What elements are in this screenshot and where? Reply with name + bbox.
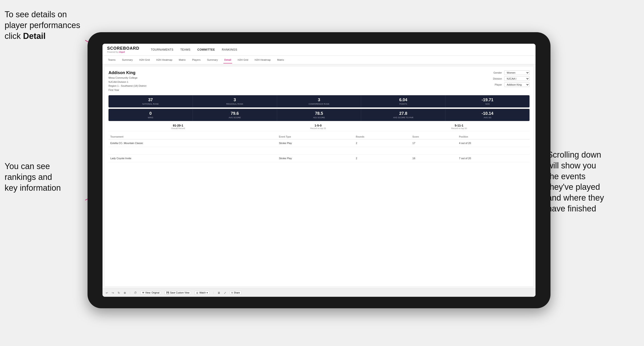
cell-event-2: [277, 147, 354, 155]
stat-wins-value: 0: [110, 111, 191, 116]
stat-wins-label: Wins: [110, 116, 191, 119]
player-school: Mesa Community College: [108, 76, 146, 80]
stat-points-value: 6.04: [362, 98, 444, 102]
cell-tournament-1: Estella CC- Mountain Classic: [108, 139, 277, 147]
sub-nav-detail[interactable]: Detail: [224, 57, 232, 63]
stat-avg-score-par: 27.8 Avg Score to Par: [361, 109, 446, 121]
anno-r-text: Scrolling downwill show youthe eventsthe…: [547, 150, 604, 213]
record-overall-label: Overall Record: [171, 127, 185, 130]
watch-label: Watch: [199, 292, 206, 294]
view-icon: 👁: [142, 292, 144, 294]
stat-adj-score: 78.5 Adj Score: [277, 109, 362, 121]
toolbar-sep-1: |: [130, 292, 130, 294]
view-label: View: Original: [145, 292, 160, 294]
player-control: Player Addison King: [489, 82, 530, 87]
col-score: Score: [411, 134, 457, 139]
nav-committee[interactable]: COMMITTEE: [198, 47, 215, 52]
gender-select[interactable]: Women Men: [504, 70, 530, 75]
sub-nav-teams[interactable]: Teams: [107, 57, 116, 63]
sub-nav-summary[interactable]: Summary: [121, 57, 134, 63]
sub-nav: Teams Summary H2H Grid H2H Heatmap Matri…: [102, 56, 536, 64]
cell-rounds-2: [354, 147, 411, 155]
refresh-icon[interactable]: ↻: [118, 291, 120, 295]
player-select[interactable]: Addison King: [504, 82, 530, 87]
sub-nav-h2hgrid2[interactable]: H2H Grid: [237, 57, 249, 63]
nav-teams[interactable]: TEAMS: [180, 47, 190, 52]
sub-nav-matrix2[interactable]: Matrix: [276, 57, 285, 63]
watch-button[interactable]: ◎ Watch ▾: [195, 291, 209, 295]
sub-nav-summary2[interactable]: Summary: [206, 57, 219, 63]
table-row: Estella CC- Mountain Classic Stroke Play…: [108, 139, 530, 147]
record-top25: 1-5-0 Record vs top 25: [310, 124, 326, 130]
stat-conference-rank: 3 Conference Rank: [277, 95, 362, 107]
stats-row-1: 37 National Rank 3 Regional Rank 3 Confe…: [108, 95, 530, 107]
player-name: Addison King: [108, 70, 146, 75]
tournament-table: Tournament Event Type Rounds Score Posit…: [108, 134, 530, 162]
stat-avg-score-par-value: 27.8: [362, 111, 444, 116]
record-top25-value: 1-5-0: [310, 124, 326, 127]
cell-score-1: 17: [411, 139, 457, 147]
nav-rankings[interactable]: RANKINGS: [222, 47, 237, 52]
content-area: Addison King Mesa Community College NJCA…: [102, 64, 536, 289]
timer-icon[interactable]: ⏱: [134, 291, 137, 295]
cell-tournament-3: Lady Coyote Invite: [108, 155, 277, 162]
record-top50-label: Record vs top 50: [451, 127, 467, 130]
logo-title: SCOREBOARD: [107, 46, 139, 51]
sub-nav-h2hheatmap2[interactable]: H2H Heatmap: [254, 57, 272, 63]
redo-icon[interactable]: ↪: [112, 291, 114, 295]
record-overall: 91-20-1 Overall Record: [171, 124, 185, 130]
sub-nav-h2hgrid[interactable]: H2H Grid: [138, 57, 151, 63]
anno-bl-text: You can seerankings andkey information: [4, 162, 61, 192]
stat-regional-rank-label: Regional Rank: [194, 103, 276, 105]
sub-nav-matrix[interactable]: Matrix: [178, 57, 186, 63]
record-top50: 5-11-1 Record vs top 50: [451, 124, 467, 130]
expand-icon[interactable]: ⤢: [224, 291, 226, 295]
view-original-button[interactable]: 👁 View: Original: [140, 291, 161, 295]
tablet: SCOREBOARD Powered by clippd TOURNAMENTS…: [88, 32, 550, 308]
nav-tournaments[interactable]: TOURNAMENTS: [151, 47, 174, 52]
share-button[interactable]: ⎘ Share: [230, 291, 242, 295]
anno-tl-text: To see details on player performances cl…: [4, 10, 80, 41]
tablet-screen: SCOREBOARD Powered by clippd TOURNAMENTS…: [102, 44, 536, 297]
undo-icon[interactable]: ↩: [106, 291, 108, 295]
col-position: Position: [457, 134, 530, 139]
toolbar-sep-2: |: [213, 292, 214, 294]
sub-nav-players[interactable]: Players: [191, 57, 202, 63]
watch-chevron: ▾: [206, 292, 208, 294]
bottom-toolbar: ↩ ↪ ↻ ⊕ | ⏱ 👁 View: Original 💾 Save Cust…: [102, 289, 536, 297]
stat-regional-rank: 3 Regional Rank: [193, 95, 277, 107]
record-top50-value: 5-11-1: [451, 124, 467, 127]
stat-sos-label: SoS: [447, 103, 528, 105]
stat-national-rank-value: 37: [110, 98, 191, 102]
zoom-in-icon[interactable]: ⊕: [124, 291, 126, 295]
table-row: Lady Coyote Invite Stroke Play 2 16 7 ou…: [108, 155, 530, 162]
inner-content: Addison King Mesa Community College NJCA…: [105, 67, 533, 286]
stat-avg-score-par-label: Avg Score to Par: [362, 116, 444, 119]
stat-wins: 0 Wins: [108, 109, 193, 121]
save-custom-view-button[interactable]: 💾 Save Custom View: [165, 291, 191, 295]
cell-rounds-1: 2: [354, 139, 411, 147]
top-nav: SCOREBOARD Powered by clippd TOURNAMENTS…: [102, 44, 536, 56]
col-rounds: Rounds: [354, 134, 411, 139]
sub-nav-h2hheatmap[interactable]: H2H Heatmap: [155, 57, 173, 63]
stat-avg-score: 79.6 Avg Score: [193, 109, 277, 121]
table-header-row: Tournament Event Type Rounds Score Posit…: [108, 134, 530, 139]
cell-position-1: 4 out of 20: [457, 139, 530, 147]
cell-score-3: 16: [411, 155, 457, 162]
col-tournament: Tournament: [108, 134, 277, 139]
stat-points-label: Points: [362, 103, 444, 105]
record-row: 91-20-1 Overall Record 1-5-0 Record vs t…: [108, 122, 530, 131]
cell-event-3: Stroke Play: [277, 155, 354, 162]
player-header: Addison King Mesa Community College NJCA…: [108, 70, 530, 92]
stat-sos-value: -19.71: [447, 98, 528, 102]
col-event-type: Event Type: [277, 134, 354, 139]
logo-area: SCOREBOARD Powered by clippd: [107, 46, 139, 53]
cell-event-1: Stroke Play: [277, 139, 354, 147]
screen-icon[interactable]: 🖥: [218, 291, 220, 295]
stat-avg-sg-value: -10.14: [447, 111, 528, 116]
cell-position-2: [457, 147, 530, 155]
stat-conference-rank-label: Conference Rank: [278, 103, 360, 105]
record-overall-value: 91-20-1: [171, 124, 185, 127]
division-select[interactable]: NJCAA I NJCAA II: [504, 76, 530, 81]
annotation-bottom-left: You can seerankings andkey information: [4, 161, 88, 193]
